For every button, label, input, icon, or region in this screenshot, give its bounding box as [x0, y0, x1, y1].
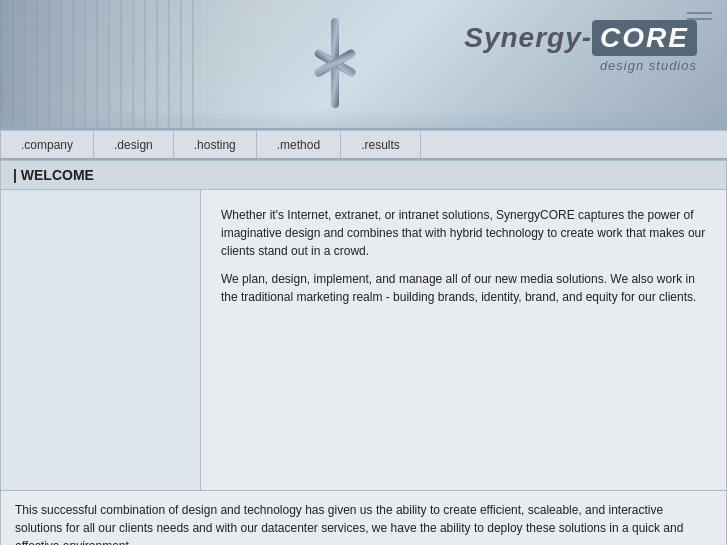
navbar: .company .design .hosting .method .resul… [0, 130, 727, 160]
svg-rect-19 [331, 63, 339, 108]
nav-method[interactable]: .method [257, 131, 341, 158]
logo-core-text: CORE [592, 20, 697, 56]
para-3: This successful combination of design an… [15, 501, 712, 545]
nav-hosting[interactable]: .hosting [174, 131, 257, 158]
nav-results[interactable]: .results [341, 131, 421, 158]
logo: Synergy- CORE design studios [464, 20, 697, 73]
intro-para-2: We plan, design, implement, and manage a… [221, 270, 706, 306]
main-content: | WELCOME Whether it's Internet, extrane… [0, 160, 727, 545]
svg-rect-18 [331, 18, 339, 63]
logo-subtitle: design studios [464, 58, 697, 73]
header: Synergy- CORE design studios [0, 0, 727, 130]
nav-design[interactable]: .design [94, 131, 174, 158]
full-width-text: This successful combination of design an… [1, 490, 726, 545]
header-decoration [687, 12, 712, 20]
logo-icon [290, 8, 380, 121]
left-column [1, 190, 201, 490]
content-area: Whether it's Internet, extranet, or intr… [1, 190, 726, 490]
intro-para-1: Whether it's Internet, extranet, or intr… [221, 206, 706, 260]
logo-synergy-text: Synergy- [464, 22, 592, 54]
nav-company[interactable]: .company [0, 131, 94, 158]
right-column: Whether it's Internet, extranet, or intr… [201, 190, 726, 490]
welcome-heading: | WELCOME [1, 161, 726, 190]
